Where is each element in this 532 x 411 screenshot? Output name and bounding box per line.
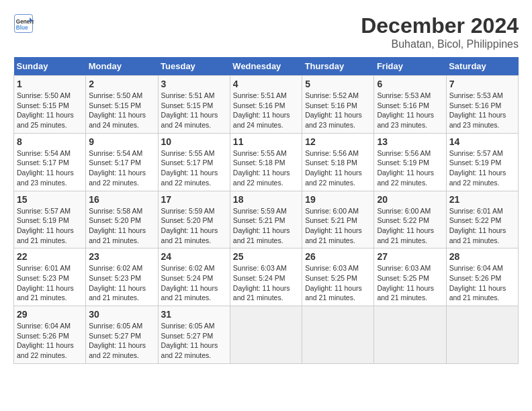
day-info: Sunrise: 5:53 AM Sunset: 5:16 PM Dayligh… bbox=[449, 91, 515, 130]
calendar-cell: 31Sunrise: 6:05 AM Sunset: 5:27 PM Dayli… bbox=[158, 306, 230, 364]
week-row-3: 22Sunrise: 6:01 AM Sunset: 5:23 PM Dayli… bbox=[14, 248, 519, 306]
day-number: 8 bbox=[17, 136, 83, 147]
header: General Blue December 2024 Buhatan, Bico… bbox=[13, 13, 519, 50]
calendar-cell: 7Sunrise: 5:53 AM Sunset: 5:16 PM Daylig… bbox=[446, 76, 518, 134]
calendar-cell: 16Sunrise: 5:58 AM Sunset: 5:20 PM Dayli… bbox=[86, 191, 158, 248]
day-number: 4 bbox=[233, 79, 299, 89]
calendar-cell: 12Sunrise: 5:56 AM Sunset: 5:18 PM Dayli… bbox=[302, 133, 374, 191]
calendar-cell: 27Sunrise: 6:03 AM Sunset: 5:25 PM Dayli… bbox=[374, 248, 446, 306]
calendar-cell: 19Sunrise: 6:00 AM Sunset: 5:21 PM Dayli… bbox=[302, 191, 374, 248]
day-info: Sunrise: 6:04 AM Sunset: 5:26 PM Dayligh… bbox=[449, 263, 515, 303]
logo-icon: General Blue bbox=[13, 13, 34, 34]
day-info: Sunrise: 5:58 AM Sunset: 5:20 PM Dayligh… bbox=[89, 206, 154, 246]
day-number: 11 bbox=[233, 136, 299, 147]
day-number: 30 bbox=[89, 309, 154, 320]
day-info: Sunrise: 6:01 AM Sunset: 5:23 PM Dayligh… bbox=[17, 263, 83, 303]
calendar-header-row: SundayMondayTuesdayWednesdayThursdayFrid… bbox=[14, 57, 519, 76]
page-title: December 2024 bbox=[361, 13, 519, 38]
day-info: Sunrise: 5:57 AM Sunset: 5:19 PM Dayligh… bbox=[449, 148, 515, 188]
day-info: Sunrise: 6:05 AM Sunset: 5:27 PM Dayligh… bbox=[89, 321, 154, 361]
calendar-cell: 4Sunrise: 5:51 AM Sunset: 5:16 PM Daylig… bbox=[230, 76, 302, 134]
day-info: Sunrise: 6:03 AM Sunset: 5:25 PM Dayligh… bbox=[377, 263, 443, 303]
day-number: 16 bbox=[89, 194, 154, 205]
week-row-4: 29Sunrise: 6:04 AM Sunset: 5:26 PM Dayli… bbox=[14, 306, 519, 364]
calendar-cell: 14Sunrise: 5:57 AM Sunset: 5:19 PM Dayli… bbox=[446, 133, 518, 191]
day-info: Sunrise: 5:59 AM Sunset: 5:20 PM Dayligh… bbox=[161, 206, 227, 246]
calendar-cell: 15Sunrise: 5:57 AM Sunset: 5:19 PM Dayli… bbox=[14, 191, 86, 248]
day-number: 2 bbox=[89, 79, 154, 89]
day-number: 24 bbox=[161, 251, 227, 262]
day-info: Sunrise: 5:52 AM Sunset: 5:16 PM Dayligh… bbox=[305, 91, 371, 130]
day-number: 12 bbox=[305, 136, 371, 147]
day-info: Sunrise: 6:04 AM Sunset: 5:26 PM Dayligh… bbox=[17, 321, 83, 361]
calendar-cell: 26Sunrise: 6:03 AM Sunset: 5:25 PM Dayli… bbox=[302, 248, 374, 306]
day-number: 18 bbox=[233, 194, 299, 205]
day-number: 6 bbox=[377, 79, 443, 89]
day-number: 21 bbox=[449, 194, 515, 205]
header-thursday: Thursday bbox=[302, 57, 374, 76]
day-info: Sunrise: 6:02 AM Sunset: 5:24 PM Dayligh… bbox=[161, 263, 227, 303]
calendar-cell: 20Sunrise: 6:00 AM Sunset: 5:22 PM Dayli… bbox=[374, 191, 446, 248]
day-info: Sunrise: 5:50 AM Sunset: 5:15 PM Dayligh… bbox=[89, 91, 154, 130]
day-number: 22 bbox=[17, 251, 83, 262]
day-info: Sunrise: 5:53 AM Sunset: 5:16 PM Dayligh… bbox=[377, 91, 443, 130]
day-info: Sunrise: 5:54 AM Sunset: 5:17 PM Dayligh… bbox=[17, 148, 83, 188]
day-number: 1 bbox=[17, 79, 83, 89]
day-number: 26 bbox=[305, 251, 371, 262]
header-wednesday: Wednesday bbox=[230, 57, 302, 76]
calendar-cell: 5Sunrise: 5:52 AM Sunset: 5:16 PM Daylig… bbox=[302, 76, 374, 134]
calendar-cell: 9Sunrise: 5:54 AM Sunset: 5:17 PM Daylig… bbox=[86, 133, 158, 191]
calendar-cell: 21Sunrise: 6:01 AM Sunset: 5:22 PM Dayli… bbox=[446, 191, 518, 248]
day-info: Sunrise: 5:55 AM Sunset: 5:17 PM Dayligh… bbox=[161, 148, 227, 188]
day-number: 5 bbox=[305, 79, 371, 89]
logo: General Blue bbox=[13, 13, 34, 34]
day-info: Sunrise: 5:51 AM Sunset: 5:15 PM Dayligh… bbox=[161, 91, 227, 130]
header-friday: Friday bbox=[374, 57, 446, 76]
day-number: 29 bbox=[17, 309, 83, 320]
day-number: 28 bbox=[449, 251, 515, 262]
day-info: Sunrise: 5:51 AM Sunset: 5:16 PM Dayligh… bbox=[233, 91, 299, 130]
day-number: 31 bbox=[161, 309, 227, 320]
calendar-cell: 24Sunrise: 6:02 AM Sunset: 5:24 PM Dayli… bbox=[158, 248, 230, 306]
day-info: Sunrise: 5:55 AM Sunset: 5:18 PM Dayligh… bbox=[233, 148, 299, 188]
day-info: Sunrise: 5:57 AM Sunset: 5:19 PM Dayligh… bbox=[17, 206, 83, 246]
calendar-cell: 29Sunrise: 6:04 AM Sunset: 5:26 PM Dayli… bbox=[14, 306, 86, 364]
week-row-2: 15Sunrise: 5:57 AM Sunset: 5:19 PM Dayli… bbox=[14, 191, 519, 248]
page-subtitle: Buhatan, Bicol, Philippines bbox=[361, 38, 519, 50]
calendar-cell: 10Sunrise: 5:55 AM Sunset: 5:17 PM Dayli… bbox=[158, 133, 230, 191]
day-info: Sunrise: 5:50 AM Sunset: 5:15 PM Dayligh… bbox=[17, 91, 83, 130]
header-sunday: Sunday bbox=[14, 57, 86, 76]
calendar-table: SundayMondayTuesdayWednesdayThursdayFrid… bbox=[13, 57, 519, 364]
calendar-cell: 2Sunrise: 5:50 AM Sunset: 5:15 PM Daylig… bbox=[86, 76, 158, 134]
day-number: 15 bbox=[17, 194, 83, 205]
day-info: Sunrise: 5:54 AM Sunset: 5:17 PM Dayligh… bbox=[89, 148, 154, 188]
day-info: Sunrise: 6:03 AM Sunset: 5:25 PM Dayligh… bbox=[305, 263, 371, 303]
day-number: 27 bbox=[377, 251, 443, 262]
calendar-cell bbox=[230, 306, 302, 364]
calendar-cell bbox=[446, 306, 518, 364]
calendar-cell: 13Sunrise: 5:56 AM Sunset: 5:19 PM Dayli… bbox=[374, 133, 446, 191]
calendar-cell: 3Sunrise: 5:51 AM Sunset: 5:15 PM Daylig… bbox=[158, 76, 230, 134]
calendar-cell: 17Sunrise: 5:59 AM Sunset: 5:20 PM Dayli… bbox=[158, 191, 230, 248]
calendar-cell: 8Sunrise: 5:54 AM Sunset: 5:17 PM Daylig… bbox=[14, 133, 86, 191]
calendar-cell: 1Sunrise: 5:50 AM Sunset: 5:15 PM Daylig… bbox=[14, 76, 86, 134]
day-info: Sunrise: 6:05 AM Sunset: 5:27 PM Dayligh… bbox=[161, 321, 227, 361]
day-number: 13 bbox=[377, 136, 443, 147]
calendar-cell: 25Sunrise: 6:03 AM Sunset: 5:24 PM Dayli… bbox=[230, 248, 302, 306]
calendar-cell: 18Sunrise: 5:59 AM Sunset: 5:21 PM Dayli… bbox=[230, 191, 302, 248]
day-info: Sunrise: 6:01 AM Sunset: 5:22 PM Dayligh… bbox=[449, 206, 515, 246]
day-info: Sunrise: 5:56 AM Sunset: 5:19 PM Dayligh… bbox=[377, 148, 443, 188]
day-number: 7 bbox=[449, 79, 515, 89]
calendar-cell: 30Sunrise: 6:05 AM Sunset: 5:27 PM Dayli… bbox=[86, 306, 158, 364]
svg-text:Blue: Blue bbox=[16, 25, 28, 31]
day-number: 3 bbox=[161, 79, 227, 89]
day-number: 10 bbox=[161, 136, 227, 147]
day-info: Sunrise: 5:56 AM Sunset: 5:18 PM Dayligh… bbox=[305, 148, 371, 188]
calendar-cell: 11Sunrise: 5:55 AM Sunset: 5:18 PM Dayli… bbox=[230, 133, 302, 191]
day-number: 14 bbox=[449, 136, 515, 147]
calendar-cell bbox=[374, 306, 446, 364]
calendar-cell: 6Sunrise: 5:53 AM Sunset: 5:16 PM Daylig… bbox=[374, 76, 446, 134]
calendar-cell bbox=[302, 306, 374, 364]
day-number: 20 bbox=[377, 194, 443, 205]
header-monday: Monday bbox=[86, 57, 158, 76]
